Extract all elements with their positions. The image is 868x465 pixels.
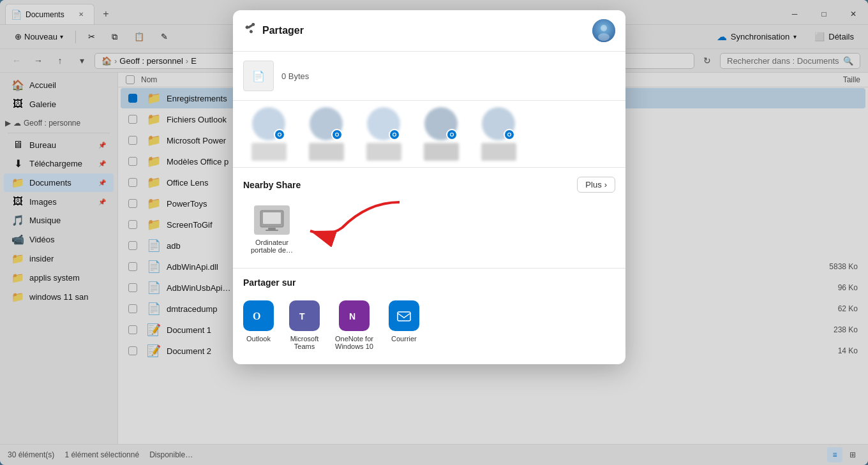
share-on-title: Partager sur	[243, 277, 296, 288]
share-title: Partager	[262, 25, 586, 36]
file-thumb-icon: 📄	[252, 70, 265, 82]
outlook-icon: O	[243, 300, 274, 331]
teams-icon: T	[289, 300, 320, 331]
nearby-share-title: Nearby Share	[243, 180, 301, 190]
section-header: Nearby Share Plus ›	[243, 177, 615, 193]
share-header: Partager	[233, 10, 625, 52]
preview-thumbnail: 📄	[243, 61, 274, 91]
contact-name-blur	[481, 143, 516, 161]
outlook-badge: O	[390, 130, 399, 139]
preview-info: 0 Bytes	[281, 71, 615, 81]
outlook-badge: O	[277, 131, 281, 138]
contact-item[interactable]: O	[358, 107, 409, 161]
contact-avatar: O	[367, 107, 400, 140]
plus-button[interactable]: Plus ›	[577, 177, 615, 193]
app-item-teams[interactable]: T MicrosoftTeams	[289, 300, 320, 350]
contact-item[interactable]: O	[301, 107, 352, 161]
svg-rect-4	[263, 212, 281, 224]
device-name: Ordinateur portable de…	[243, 239, 301, 254]
share-on-header: Partager sur	[243, 277, 615, 288]
contacts-row: O O O	[233, 101, 625, 168]
onenote-icon: N	[339, 300, 370, 331]
app-item-onenote[interactable]: N OneNote forWindows 10	[335, 300, 373, 350]
contact-name-blur	[309, 143, 344, 161]
contact-avatar: O	[482, 107, 515, 140]
app-name-teams: MicrosoftTeams	[290, 335, 319, 350]
device-container: Ordinateur portable de…	[243, 205, 301, 254]
outlook-badge: O	[447, 130, 456, 139]
app-item-courrier[interactable]: Courrier	[389, 300, 419, 350]
svg-rect-6	[266, 230, 278, 231]
plus-chevron-icon: ›	[604, 180, 607, 189]
svg-text:T: T	[299, 311, 305, 321]
svg-rect-5	[268, 228, 276, 230]
app-name-courrier: Courrier	[391, 335, 417, 343]
svg-text:N: N	[349, 311, 355, 321]
nearby-devices: Ordinateur portable de…	[243, 200, 615, 259]
outlook-badge: O	[505, 130, 514, 139]
svg-text:O: O	[253, 311, 260, 321]
app-name-outlook: Outlook	[246, 335, 271, 343]
svg-point-2	[598, 33, 610, 41]
svg-point-1	[601, 25, 607, 31]
app-name-onenote: OneNote forWindows 10	[335, 335, 373, 350]
contact-avatar: O	[310, 107, 343, 140]
contact-name-blur	[366, 143, 401, 161]
contact-item[interactable]: O	[473, 107, 524, 161]
file-size-label: 0 Bytes	[281, 71, 615, 81]
outlook-badge: O	[333, 130, 341, 139]
device-icon	[254, 205, 290, 235]
device-item[interactable]: Ordinateur portable de…	[243, 205, 301, 254]
app-item-outlook[interactable]: O Outlook	[243, 300, 274, 350]
contact-name-blur	[424, 143, 459, 161]
contact-item[interactable]: O	[243, 107, 294, 161]
contact-item[interactable]: O	[415, 107, 467, 161]
courrier-icon	[389, 300, 419, 331]
contact-avatar: O	[424, 107, 458, 140]
contact-name-blur	[251, 143, 287, 161]
share-dialog: Partager 📄 0 Bytes	[233, 10, 625, 364]
user-avatar	[592, 19, 615, 42]
plus-label: Plus	[585, 180, 601, 189]
share-apps-row: O Outlook T MicrosoftTeams	[243, 295, 615, 355]
share-title-icon	[243, 23, 256, 39]
share-on-section: Partager sur O Outlook T	[233, 269, 625, 364]
contact-avatar: O	[252, 107, 285, 140]
share-file-preview: 📄 0 Bytes	[233, 52, 625, 101]
nearby-share-section: Nearby Share Plus ›	[233, 168, 625, 269]
